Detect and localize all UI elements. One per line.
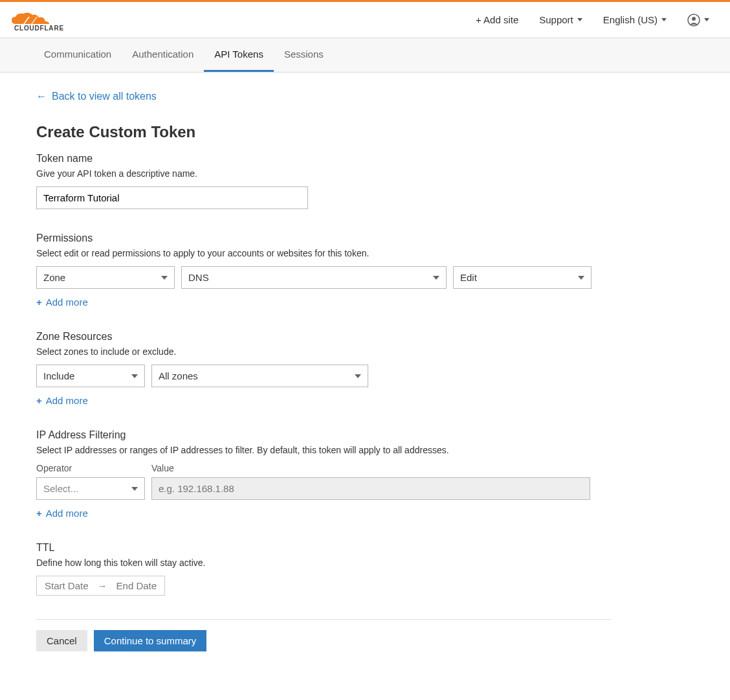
token-name-label: Token name — [36, 153, 611, 164]
ip-add-more[interactable]: + Add more — [36, 508, 88, 519]
language-menu[interactable]: English (US) — [593, 9, 677, 30]
ip-filtering-desc: Select IP addresses or ranges of IP addr… — [36, 445, 611, 455]
cancel-button[interactable]: Cancel — [36, 630, 87, 651]
value-label: Value — [151, 463, 590, 473]
brand-text: CLOUDFLARE — [14, 25, 64, 32]
permissions-add-more[interactable]: + Add more — [36, 297, 88, 308]
ip-operator-select[interactable]: Select... — [36, 477, 145, 500]
continue-button[interactable]: Continue to summary — [94, 630, 207, 651]
chevron-down-icon — [131, 374, 138, 378]
ip-operator-value: Select... — [43, 483, 78, 494]
profile-tabs: Communication Authentication API Tokens … — [0, 38, 730, 73]
permissions-scope-value: Zone — [43, 272, 65, 283]
chevron-down-icon — [578, 276, 584, 280]
support-label: Support — [539, 14, 573, 25]
tab-api-tokens[interactable]: API Tokens — [204, 38, 274, 72]
permissions-resource-value: DNS — [188, 272, 209, 283]
section-ttl: TTL Define how long this token will stay… — [36, 542, 611, 596]
header-nav: + Add site Support English (US) — [465, 8, 720, 32]
main-content: Back to view all tokens Create Custom To… — [0, 73, 647, 677]
section-permissions: Permissions Select edit or read permissi… — [36, 232, 611, 308]
plus-icon: + — [36, 508, 42, 519]
plus-icon: + — [36, 297, 42, 308]
token-name-desc: Give your API token a descriptive name. — [36, 168, 611, 179]
ttl-date-range[interactable]: Start Date → End Date — [36, 576, 165, 596]
add-more-label: Add more — [46, 395, 88, 406]
back-link-label: Back to view all tokens — [52, 91, 157, 102]
ip-filtering-label: IP Address Filtering — [36, 429, 611, 441]
zone-mode-value: Include — [43, 370, 74, 381]
divider — [36, 619, 611, 620]
chevron-down-icon — [577, 18, 582, 21]
tab-communication[interactable]: Communication — [34, 38, 122, 72]
svg-point-1 — [692, 17, 696, 21]
permissions-access-value: Edit — [460, 272, 477, 283]
add-site-label: + Add site — [476, 14, 518, 25]
permissions-scope-select[interactable]: Zone — [36, 266, 175, 289]
zone-target-select[interactable]: All zones — [151, 365, 368, 387]
zone-mode-select[interactable]: Include — [36, 365, 145, 387]
chevron-down-icon — [661, 18, 667, 21]
section-token-name: Token name Give your API token a descrip… — [36, 153, 611, 209]
zone-resources-label: Zone Resources — [36, 331, 611, 343]
ttl-label: TTL — [36, 542, 611, 554]
zone-target-value: All zones — [159, 370, 198, 381]
add-site-button[interactable]: + Add site — [465, 9, 529, 30]
ttl-desc: Define how long this token will stay act… — [36, 558, 611, 568]
tab-authentication[interactable]: Authentication — [122, 38, 204, 72]
zone-add-more[interactable]: + Add more — [36, 395, 88, 406]
plus-icon: + — [36, 395, 42, 406]
back-link[interactable]: Back to view all tokens — [36, 91, 157, 102]
permissions-label: Permissions — [36, 232, 611, 244]
permissions-access-select[interactable]: Edit — [453, 266, 592, 289]
brand-logo[interactable]: CLOUDFLARE — [10, 8, 64, 32]
ttl-start-placeholder: Start Date — [45, 580, 89, 591]
ip-value-input[interactable] — [151, 477, 590, 500]
add-more-label: Add more — [46, 297, 88, 308]
section-ip-filtering: IP Address Filtering Select IP addresses… — [36, 429, 611, 519]
form-actions: Cancel Continue to summary — [36, 630, 611, 651]
permissions-desc: Select edit or read permissions to apply… — [36, 248, 611, 258]
chevron-down-icon — [704, 18, 709, 21]
permissions-resource-select[interactable]: DNS — [181, 266, 447, 289]
arrow-left-icon — [36, 91, 47, 102]
tab-sessions[interactable]: Sessions — [274, 38, 334, 72]
chevron-down-icon — [131, 487, 138, 491]
operator-label: Operator — [36, 463, 145, 473]
chevron-down-icon — [161, 276, 168, 280]
zone-resources-desc: Select zones to include or exclude. — [36, 346, 611, 357]
arrow-right-icon: → — [98, 580, 107, 591]
chevron-down-icon — [355, 374, 361, 378]
language-label: English (US) — [603, 14, 658, 25]
page-title: Create Custom Token — [36, 123, 611, 141]
account-menu[interactable] — [677, 8, 720, 32]
token-name-input[interactable] — [36, 186, 308, 209]
ttl-end-placeholder: End Date — [116, 580, 157, 591]
chevron-down-icon — [433, 276, 439, 280]
add-more-label: Add more — [46, 508, 88, 519]
user-icon — [687, 14, 700, 27]
global-header: CLOUDFLARE + Add site Support English (U… — [0, 2, 730, 38]
support-menu[interactable]: Support — [529, 9, 593, 30]
section-zone-resources: Zone Resources Select zones to include o… — [36, 331, 611, 406]
